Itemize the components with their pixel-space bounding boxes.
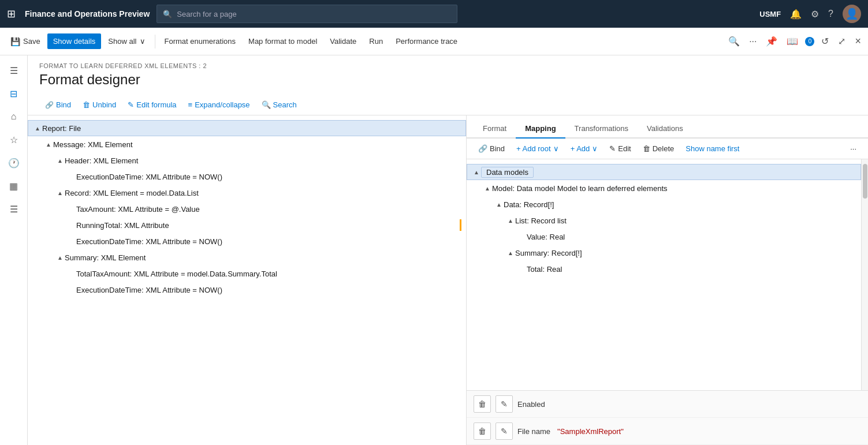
map-format-button[interactable]: Map format to model (243, 33, 323, 49)
unbind-button[interactable]: 🗑 Unbind (77, 98, 122, 111)
toolbar-more-icon[interactable]: ··· (747, 34, 759, 49)
refresh-icon[interactable]: ↺ (819, 33, 831, 49)
scrollbar-track[interactable] (861, 159, 868, 390)
tab-validations[interactable]: Validations (638, 119, 692, 139)
breadcrumb: FORMAT TO LEARN DEFERRED XML ELEMENTS : … (39, 62, 856, 69)
content-area: FORMAT TO LEARN DEFERRED XML ELEMENTS : … (28, 55, 868, 445)
mapping-tree: ▲ Data models ▲ Model: Data model Model … (467, 159, 861, 390)
map-toggle-list[interactable]: ▲ (506, 218, 515, 224)
map-item-value[interactable]: Value: Real (467, 229, 861, 245)
map-item-model[interactable]: ▲ Model: Data model Model to learn defer… (467, 180, 861, 196)
map-bind-button[interactable]: 🔗 Bind (474, 143, 509, 155)
side-home-icon[interactable]: ⌂ (3, 106, 24, 127)
map-toggle-data-models[interactable]: ▲ (472, 169, 481, 175)
show-details-button[interactable]: Show details (47, 33, 102, 49)
performance-trace-button[interactable]: Performance trace (390, 33, 463, 49)
map-label-data-models: Data models (481, 167, 534, 178)
map-item-summary[interactable]: ▲ Summary: Record[!] (467, 245, 861, 261)
show-name-first-button[interactable]: Show name first (681, 143, 744, 155)
tree-toggle-header[interactable]: ▲ (55, 158, 65, 164)
edit-button[interactable]: ✎ Edit (605, 143, 635, 155)
tree-toggle-summary[interactable]: ▲ (55, 255, 65, 261)
tree-toggle-totaltax (67, 271, 76, 277)
tree-item-record[interactable]: ▲ Record: XML Element = model.Data.List (28, 185, 466, 201)
filter-icon[interactable]: ⊟ (3, 83, 24, 104)
filename-edit-button[interactable]: ✎ (496, 422, 513, 440)
map-toggle-data[interactable]: ▲ (494, 201, 504, 208)
tree-item-totaltax[interactable]: TotalTaxAmount: XML Attribute = model.Da… (28, 265, 466, 282)
bind-button[interactable]: 🔗 Bind (39, 98, 77, 111)
page-title: Format designer (39, 72, 856, 88)
toolbar-book-icon[interactable]: 📖 (784, 33, 800, 49)
running-indicator (460, 219, 461, 231)
map-label-value: Value: Real (527, 233, 565, 241)
tree-toggle-message[interactable]: ▲ (44, 141, 53, 148)
map-more-button[interactable]: ··· (845, 143, 861, 155)
tree-item-message[interactable]: ▲ Message: XML Element (28, 136, 466, 152)
side-list-icon[interactable]: ☰ (3, 199, 24, 219)
map-item-data-models[interactable]: ▲ Data models (467, 164, 861, 180)
avatar[interactable]: 👤 (843, 5, 861, 23)
tree-toggle-record[interactable]: ▲ (55, 190, 65, 196)
expand-collapse-button[interactable]: ≡ Expand/collapse (182, 98, 256, 111)
search-button[interactable]: 🔍 Search (256, 98, 303, 111)
tree-item-header[interactable]: ▲ Header: XML Element (28, 152, 466, 169)
tab-mapping[interactable]: Mapping (516, 119, 565, 139)
enabled-delete-button[interactable]: 🗑 (474, 395, 491, 413)
format-enumerations-button[interactable]: Format enumerations (159, 33, 242, 49)
filename-value: "SampleXmlReport" (557, 427, 624, 436)
show-all-button[interactable]: Show all ∨ (102, 33, 151, 49)
tab-transformations[interactable]: Transformations (565, 119, 638, 139)
tree-toggle-report[interactable]: ▲ (33, 125, 42, 132)
maximize-icon[interactable]: ⤢ (836, 33, 848, 49)
toolbar-search-icon[interactable]: 🔍 (726, 33, 742, 49)
add-button[interactable]: + Add ∨ (566, 143, 603, 155)
map-item-data[interactable]: ▲ Data: Record[!] (467, 196, 861, 212)
map-toggle-summary[interactable]: ▲ (506, 250, 515, 256)
run-button[interactable]: Run (363, 33, 389, 49)
tree-item-running[interactable]: RunningTotal: XML Attribute (28, 217, 466, 233)
bell-icon[interactable]: 🔔 (790, 9, 802, 20)
tree-label-running: RunningTotal: XML Attribute (76, 221, 457, 230)
waffle-icon[interactable]: ⊞ (7, 8, 16, 20)
map-label-list: List: Record list (515, 216, 567, 225)
edit-formula-button[interactable]: ✎ Edit formula (122, 98, 182, 111)
save-button[interactable]: 💾 Save (5, 33, 46, 50)
delete-button[interactable]: 🗑 Delete (638, 143, 679, 155)
close-icon[interactable]: × (852, 33, 863, 50)
chevron-down-icon: ∨ (140, 37, 146, 46)
map-label-data: Data: Record[!] (504, 200, 554, 209)
side-clock-icon[interactable]: 🕐 (3, 152, 24, 173)
tree-item-exec1[interactable]: ExecutionDateTime: XML Attribute = NOW() (28, 169, 466, 185)
map-item-total[interactable]: Total: Real (467, 261, 861, 277)
side-menu-icon[interactable]: ☰ (3, 60, 24, 81)
tree-item-report[interactable]: ▲ Report: File (28, 120, 466, 136)
map-item-list[interactable]: ▲ List: Record list (467, 212, 861, 229)
toolbar-pin-icon[interactable]: 📌 (763, 33, 780, 49)
side-star-icon[interactable]: ☆ (3, 129, 24, 150)
scrollbar-thumb[interactable] (863, 164, 867, 199)
expand-icon: ≡ (188, 100, 193, 109)
filename-delete-button[interactable]: 🗑 (474, 422, 491, 440)
tab-format[interactable]: Format (474, 119, 516, 139)
side-calendar-icon[interactable]: ▦ (3, 175, 24, 196)
validate-button[interactable]: Validate (324, 33, 362, 49)
global-search[interactable]: 🔍 Search for a page (157, 5, 457, 23)
tree-item-summary[interactable]: ▲ Summary: XML Element (28, 249, 466, 265)
map-toggle-total (517, 266, 527, 272)
save-icon: 💾 (10, 37, 20, 46)
app-title: Finance and Operations Preview (25, 9, 150, 18)
add-root-button[interactable]: + Add root ∨ (512, 143, 564, 155)
mapping-tabs: Format Mapping Transformations Validatio… (467, 115, 868, 139)
map-toggle-model[interactable]: ▲ (483, 185, 492, 192)
help-icon[interactable]: ? (828, 9, 833, 19)
tree-item-exec2[interactable]: ExecutionDateTime: XML Attribute = NOW() (28, 233, 466, 249)
search-small-icon: 🔍 (262, 100, 271, 109)
tree-toggle-exec3 (67, 287, 76, 293)
edit-icon: ✎ (609, 144, 616, 153)
search-icon: 🔍 (163, 10, 172, 18)
tree-item-exec3[interactable]: ExecutionDateTime: XML Attribute = NOW() (28, 282, 466, 298)
gear-icon[interactable]: ⚙ (811, 9, 819, 20)
enabled-edit-button[interactable]: ✎ (496, 395, 513, 413)
tree-item-taxamount[interactable]: TaxAmount: XML Attribute = @.Value (28, 201, 466, 217)
